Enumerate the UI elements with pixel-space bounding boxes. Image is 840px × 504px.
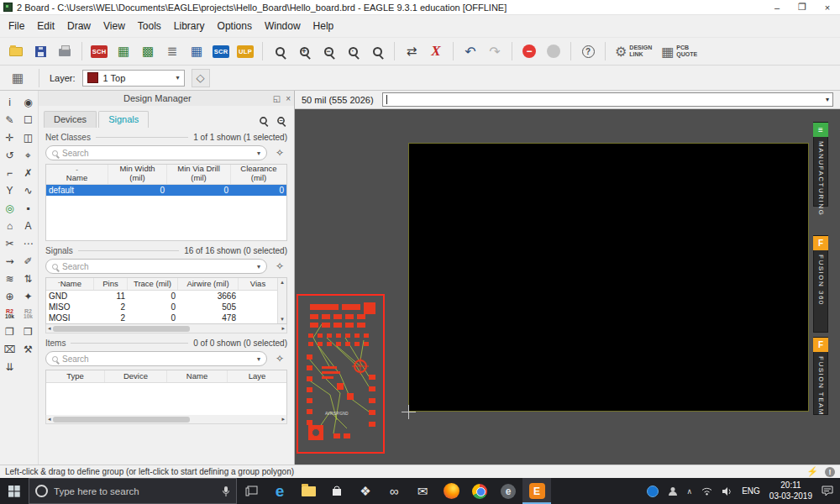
filter-wand-icon[interactable]: ✧ <box>272 145 287 160</box>
design-link-button[interactable]: ⚙ DESIGN LINK <box>612 44 655 60</box>
help-button[interactable]: ? <box>577 40 599 62</box>
column-header-min-width[interactable]: Min Width (mil) <box>108 165 167 184</box>
signal-row-miso[interactable]: MISO 2 0 505 <box>46 302 277 312</box>
go-button[interactable] <box>543 40 564 62</box>
column-header-device[interactable]: Device <box>105 370 167 382</box>
collapse-tools-icon[interactable]: ⇊ <box>1 358 19 375</box>
volume-icon[interactable] <box>722 486 732 496</box>
tab-signals[interactable]: Signals <box>98 111 149 128</box>
split-tool-icon[interactable]: Y <box>1 181 19 199</box>
items-search-input[interactable]: Search ▾ <box>45 351 267 366</box>
filter-wand-icon[interactable]: ✧ <box>272 351 287 366</box>
column-header-name[interactable]: ˆName <box>46 278 94 290</box>
layer-settings-button[interactable]: ≣ <box>161 40 183 62</box>
browser-secondary-button[interactable]: e <box>494 478 522 504</box>
cam-button[interactable]: ▦ <box>186 40 207 62</box>
signals-search-input[interactable]: Search ▾ <box>45 259 267 274</box>
scroll-up-icon[interactable]: ▴ <box>281 279 284 286</box>
scrollbar-thumb[interactable] <box>53 326 191 332</box>
scroll-down-icon[interactable]: ▾ <box>281 316 284 323</box>
zoom-to-selection-icon[interactable] <box>260 117 267 124</box>
column-header-clearance[interactable]: Clearance (mil) <box>231 165 286 184</box>
action-center-icon[interactable] <box>822 486 833 496</box>
command-input[interactable]: ▾ <box>382 92 833 107</box>
script-button[interactable]: SCR <box>210 40 232 62</box>
smash-tool-icon[interactable]: R2 10k <box>1 305 19 323</box>
menu-library[interactable]: Library <box>174 20 205 32</box>
column-header-trace[interactable]: Trace (mil) <box>128 278 178 290</box>
column-header-layer[interactable]: Laye <box>228 370 286 382</box>
chrome-button[interactable] <box>465 478 494 504</box>
group-tool-icon[interactable]: ☐ <box>19 111 38 129</box>
close-button[interactable]: × <box>815 0 840 14</box>
info-tool-icon[interactable]: i <box>1 93 19 111</box>
zoom-out-button[interactable]: − <box>318 40 339 62</box>
board-canvas[interactable]: AVRISP/GND ≡ MANUFACTURING F FUSION 360 … <box>295 109 840 465</box>
chevron-down-icon[interactable]: ▾ <box>826 96 829 103</box>
zoom-redraw-button[interactable] <box>366 40 388 62</box>
wire-tool-icon[interactable]: ⌐ <box>1 164 19 181</box>
via-tool-icon[interactable]: ◎ <box>1 199 19 217</box>
maximize-button[interactable]: ❐ <box>790 0 815 14</box>
column-header-name[interactable]: Name <box>167 370 228 382</box>
save-button[interactable] <box>29 40 51 62</box>
move-tool-icon[interactable]: ✛ <box>1 129 19 146</box>
rotate-tool-icon[interactable]: ↺ <box>1 146 19 164</box>
print-button[interactable] <box>54 40 76 62</box>
tray-chevron-icon[interactable]: ∧ <box>687 487 693 496</box>
loop-app-button[interactable]: ∞ <box>380 478 408 504</box>
firefox-button[interactable] <box>437 478 465 504</box>
task-view-button[interactable] <box>237 478 265 504</box>
net-class-row-default[interactable]: default 0 0 0 <box>46 185 286 196</box>
fusion-360-tab[interactable]: F FUSION 360 <box>813 235 828 333</box>
signal-row-mosi[interactable]: MOSI 2 0 478 <box>46 312 277 323</box>
chart-button[interactable]: ▩ <box>137 40 159 62</box>
warning-icon[interactable]: ! <box>825 467 835 477</box>
pcb-board-thumbnail[interactable]: AVRISP/GND <box>297 294 385 454</box>
wifi-icon[interactable] <box>701 486 712 496</box>
cancel-command-button[interactable]: X <box>425 40 447 62</box>
stop-button[interactable]: − <box>518 40 540 62</box>
ulp-button[interactable]: ULP <box>234 40 256 62</box>
delete-tool-icon[interactable]: ✗ <box>19 164 38 181</box>
column-header-min-via-drill[interactable]: Min Via Drill (mil) <box>167 165 231 184</box>
column-header-vias[interactable]: Vias <box>239 278 277 290</box>
menu-options[interactable]: Options <box>218 20 252 32</box>
zoom-in-button[interactable]: + <box>293 40 315 62</box>
menu-draw[interactable]: Draw <box>67 20 91 32</box>
file-explorer-button[interactable] <box>294 478 323 504</box>
mail-button[interactable]: ✉ <box>408 478 437 504</box>
manufacturing-tab[interactable]: ≡ MANUFACTURING <box>813 122 828 207</box>
menu-tools[interactable]: Tools <box>138 20 161 32</box>
eagle-app-button[interactable]: E <box>522 478 551 504</box>
column-header-name[interactable]: ˆ Name <box>46 165 108 184</box>
people-tray-icon[interactable] <box>668 486 678 496</box>
ratsnest-tool-icon[interactable]: ≋ <box>1 270 19 287</box>
menu-help[interactable]: Help <box>313 20 334 32</box>
column-header-airwire[interactable]: Airwire (mil) <box>178 278 239 290</box>
language-indicator[interactable]: ENG <box>742 486 760 496</box>
smd-tool-icon[interactable]: ▪ <box>19 199 38 217</box>
copy-tool-icon[interactable]: ❐ <box>1 323 19 340</box>
tray-app-icon[interactable] <box>647 486 659 497</box>
taskbar-search-box[interactable]: Type here to search <box>29 478 237 504</box>
lightning-icon[interactable]: ⚡ <box>806 466 818 477</box>
signal-row-gnd[interactable]: GND 11 0 3666 <box>46 291 277 302</box>
fusion-team-tab[interactable]: F FUSION TEAM <box>813 337 828 415</box>
draw-tool-icon[interactable]: ✐ <box>19 252 38 270</box>
open-button[interactable] <box>5 40 27 62</box>
show-tool-icon[interactable]: ◉ <box>19 93 38 111</box>
drill-tool-icon[interactable]: ✦ <box>19 287 38 305</box>
net-classes-search-input[interactable]: Search ▾ <box>45 145 267 160</box>
start-button[interactable] <box>0 478 29 504</box>
polygon-tool-icon[interactable]: ⌂ <box>1 217 19 234</box>
zoom-fit-selection-icon[interactable]: − <box>277 117 285 124</box>
menu-edit[interactable]: Edit <box>37 20 55 32</box>
layer-select[interactable]: 1 Top ▾ <box>82 70 185 87</box>
edge-browser-button[interactable]: e <box>265 478 294 504</box>
zoom-fit-button[interactable] <box>269 40 291 62</box>
grid-button[interactable]: ▦ <box>7 67 29 89</box>
board-outline[interactable] <box>408 143 809 412</box>
close-panel-icon[interactable]: × <box>286 94 291 103</box>
zoom-select-button[interactable]: · <box>342 40 364 62</box>
